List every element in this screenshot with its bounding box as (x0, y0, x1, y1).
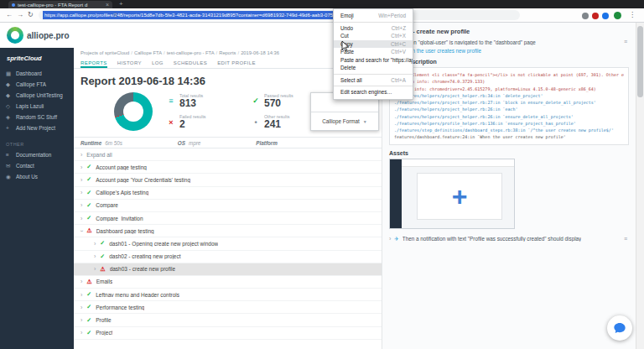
step-given[interactable]: › ✓ Given "global-user" is navigated to … (389, 39, 629, 45)
suite-row[interactable]: ›✓Compare (74, 200, 382, 212)
error-line: ./features/helpers/profile_helper.rb:136… (394, 120, 624, 127)
step-send-icon: ✈ (394, 236, 398, 242)
sidebar-item-calliope-fta[interactable]: ◆Calliope FTA (0, 79, 74, 90)
sidebar-item-lapis-lazuli[interactable]: ◇Lapis Lazuli (0, 101, 74, 112)
menu-item-emoji[interactable]: EmojiWin+Period (334, 12, 413, 20)
sidebar-item-calliope-unittesting[interactable]: ◆Calliope UnitTesting (0, 90, 74, 101)
menu-item-cut[interactable]: CutCtrl+X (334, 32, 413, 40)
sidebar-section-other: OTHER (0, 133, 74, 149)
project-icon: ◈ (6, 114, 13, 121)
menu-separator (334, 22, 413, 23)
report-meta-row: Runtime 6m 50s OS mpre Platform (74, 137, 382, 148)
passed-icon: ✓ (86, 291, 91, 298)
breadcrumb-item[interactable]: Projects of spriteCloud (80, 50, 129, 55)
forward-icon[interactable]: → (17, 11, 23, 18)
menu-item-delete[interactable]: Delete (334, 64, 413, 72)
sidebar-brand: spriteCloud (0, 48, 74, 68)
passed-icon: ✓ (86, 330, 91, 336)
step-menu-icon[interactable]: ≡ (624, 236, 627, 242)
tab-close-icon[interactable]: × (106, 2, 109, 8)
passed-icon: ✓ (86, 304, 91, 310)
sidebar-item-contact[interactable]: ✉Contact (0, 160, 74, 171)
new-tab-button[interactable]: + (119, 0, 123, 8)
suite-row[interactable]: ›✓Leftnav menu and Header controls (74, 289, 382, 301)
suite-row[interactable]: ›✓Performance testing (74, 301, 382, 314)
extension-icon-1[interactable] (582, 13, 589, 19)
expand-all-button[interactable]: ›Expand all (74, 148, 382, 161)
tab-reports[interactable]: REPORTS (80, 60, 107, 68)
step-text: Given "global-user" is navigated to the … (402, 39, 535, 45)
passed-icon: ✓ (86, 317, 91, 324)
chevron-right-icon: › (80, 305, 82, 310)
step-when[interactable]: › × When the user creates new profile (389, 48, 629, 54)
step-then[interactable]: › ✈ Then a notification with text "Profi… (389, 236, 629, 242)
tab-favicon-icon (12, 3, 15, 7)
suite-row[interactable]: ›✓Calliope's Apis testing (74, 187, 382, 200)
chat-icon (613, 321, 626, 335)
asset-screenshot-thumbnail[interactable]: + (389, 159, 515, 229)
sidebar-item-add-new-project[interactable]: +Add New Project (0, 122, 74, 133)
menu-item-paste-and-search[interactable]: Paste and search for "https://app…" (334, 56, 413, 65)
tab-history[interactable]: HISTORY (117, 60, 142, 68)
browser-tab[interactable]: test-calliope-pro - FTA Report d × (8, 1, 112, 8)
sidebar-item-random-sc-stuff[interactable]: ◈Random SC Stuff (0, 112, 74, 122)
tab-log[interactable]: LOG (152, 60, 164, 68)
breadcrumb-item[interactable]: test-calliope-pro - FTA (167, 50, 215, 55)
tab-edit-profile[interactable]: EDIT PROFILE (217, 60, 256, 68)
scrollbar-thumb[interactable] (637, 26, 643, 97)
suite-row[interactable]: ›⚠Emails (74, 276, 382, 289)
sidebar-item-about-us[interactable]: ◉About Us (0, 171, 74, 182)
mouse-cursor (341, 40, 350, 52)
error-line: ./features/helpers/project_helper.rb:26:… (394, 113, 624, 120)
profile-avatar[interactable] (614, 12, 621, 19)
page-title: Report 2019-06-18 14:36 (80, 75, 375, 87)
error-line: ./features/helpers/project_helper.rb:34:… (394, 92, 624, 99)
suite-row-expanded[interactable]: ›⚠Dashboard page testing (74, 225, 382, 237)
chat-widget-button[interactable] (607, 315, 632, 341)
browser-menu-icon[interactable]: ⋮ (629, 11, 636, 18)
breadcrumb-separator: / (216, 50, 218, 55)
other-results-icon: • (251, 118, 261, 127)
page-scrollbar[interactable] (636, 23, 644, 349)
back-icon[interactable]: ← (6, 11, 13, 18)
stat-value: 570 (264, 98, 293, 109)
suite-row[interactable]: ›✓Account page 'Your Credentials' testin… (74, 174, 382, 186)
suite-row[interactable]: ›✓Compare_Invitation (74, 212, 382, 225)
sidebar-item-documentation[interactable]: ≡Documentation (0, 149, 74, 160)
menu-item-select-all[interactable]: Select allCtrl+A (334, 76, 413, 85)
address-bar[interactable]: https://app.calliope.pro/profiles/248/re… (39, 10, 520, 20)
error-line: (Driver info: chromedriver=2.45.615279, … (394, 86, 624, 92)
breadcrumb-item-current: 2019-06-18 14:36 (241, 50, 279, 55)
chevron-right-icon: › (80, 177, 82, 183)
menu-item-undo[interactable]: UndoCtrl+Z (334, 24, 413, 33)
suite-row[interactable]: ›✓Project (74, 327, 382, 340)
extension-icon-2[interactable] (592, 13, 599, 19)
bookmark-star-icon[interactable]: ☆ (113, 12, 118, 18)
calliope-logo-icon (7, 27, 23, 44)
sidebar: spriteCloud ▦Dashboard ◆Calliope FTA ◆Ca… (0, 48, 74, 349)
scenario-row[interactable]: ›✓dash02 - creating new project (74, 251, 382, 263)
extension-icon-3[interactable] (602, 13, 609, 19)
os-value: mpre (189, 140, 200, 146)
reload-icon[interactable]: ↻ (28, 11, 34, 18)
caret-down-icon: ▼ (363, 119, 367, 124)
failed-icon: ⚠ (86, 279, 91, 285)
suite-row[interactable]: ›✓Account page testing (74, 161, 382, 174)
suite-row[interactable]: ›✓Profile (74, 314, 382, 326)
stat-value: 241 (264, 119, 289, 130)
error-line: ./features/step_definitions/dashboard_st… (394, 127, 624, 133)
passed-icon: ✓ (86, 190, 91, 196)
tab-schedules[interactable]: SCHEDULES (174, 60, 207, 68)
breadcrumb-item[interactable]: Reports (219, 50, 236, 55)
scenario-row-selected[interactable]: ›⚠dash03 - create new profile (74, 263, 382, 276)
breadcrumb-item[interactable]: Calliope FTA (134, 50, 162, 55)
menu-item-edit-search-engines[interactable]: Edit search engines… (334, 88, 413, 96)
sidebar-item-label: Dashboard (16, 70, 42, 76)
browser-toolbar: ← → ↻ https://app.calliope.pro/profiles/… (0, 8, 644, 23)
stats-grid: ≡ Total results813 ✓ Passed results570 ×… (166, 93, 330, 130)
scenario-row[interactable]: ›✓dash01 - Opening create new project wi… (74, 237, 382, 250)
export-option-calliope-format[interactable]: Calliope Format▼ (311, 112, 378, 130)
sidebar-item-dashboard[interactable]: ▦Dashboard (0, 68, 74, 79)
step-menu-icon[interactable]: ≡ (624, 39, 627, 44)
breadcrumb-separator: / (238, 50, 240, 55)
